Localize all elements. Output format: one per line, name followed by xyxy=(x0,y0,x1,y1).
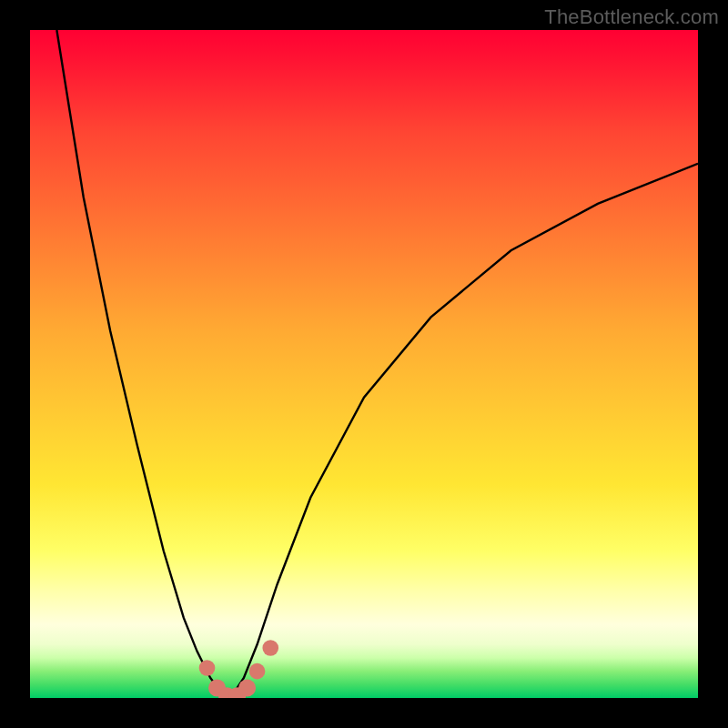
plot-area xyxy=(30,30,698,698)
watermark-text: TheBottleneck.com xyxy=(544,5,719,29)
marker-point xyxy=(249,663,266,680)
marker-point xyxy=(262,640,278,656)
curve-left-branch xyxy=(56,30,230,698)
marker-point xyxy=(199,660,216,676)
curve-right-branch xyxy=(230,164,698,698)
chart-frame: TheBottleneck.com xyxy=(0,0,728,728)
marker-point xyxy=(238,679,256,696)
marker-group xyxy=(199,640,278,698)
chart-svg xyxy=(30,30,698,698)
